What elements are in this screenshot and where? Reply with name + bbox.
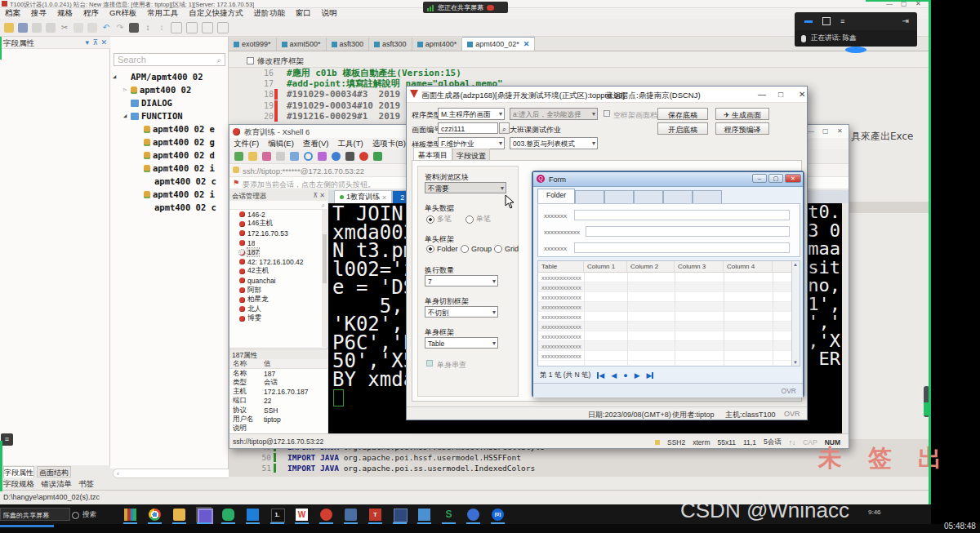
redo-icon[interactable] bbox=[115, 23, 125, 33]
panel-toggle-icon[interactable]: ⇥ bbox=[902, 16, 909, 25]
menu-item[interactable]: GR样板 bbox=[109, 8, 136, 19]
editor-tab[interactable]: asft300 ✕ bbox=[369, 38, 412, 51]
cut-icon[interactable] bbox=[60, 23, 69, 33]
browse-block-select[interactable]: 不需要 bbox=[425, 182, 506, 193]
swap-icon[interactable] bbox=[143, 23, 153, 33]
tab-field-properties[interactable]: 字段属性 bbox=[3, 466, 34, 477]
field-input[interactable] bbox=[574, 210, 790, 220]
pin-close-icons[interactable]: ⊼ ✕ bbox=[313, 192, 325, 199]
session-item[interactable]: 阿部 bbox=[229, 286, 322, 295]
table-row[interactable]: xxxxxxxxxxxxx bbox=[538, 331, 791, 341]
menu-item[interactable]: 工具(T) bbox=[337, 139, 363, 149]
form-tab-blank[interactable] bbox=[604, 190, 634, 204]
find-icon[interactable] bbox=[304, 152, 313, 161]
tree-item[interactable]: apmt400_02_g bbox=[110, 135, 229, 149]
tree-item[interactable]: DIALOG bbox=[110, 96, 229, 109]
tree-item[interactable]: APM/apmt400_02 bbox=[110, 70, 229, 83]
form-tab-blank[interactable] bbox=[693, 190, 722, 204]
editor-tab[interactable]: asft300 ✕ bbox=[327, 38, 370, 51]
tree-item[interactable]: apmt400_02_c bbox=[110, 201, 229, 214]
chrome-icon[interactable] bbox=[147, 507, 163, 522]
expander-icon[interactable] bbox=[123, 87, 131, 93]
copy-icon[interactable] bbox=[74, 23, 83, 33]
session-item[interactable]: 187 bbox=[229, 247, 322, 257]
session-item[interactable]: 42主机 bbox=[229, 267, 322, 277]
tree-item[interactable]: apmt400_02_e bbox=[110, 122, 229, 135]
tree-item[interactable]: apmt400_02 bbox=[110, 83, 229, 96]
link1-icon[interactable] bbox=[202, 22, 213, 33]
library-icon[interactable] bbox=[122, 507, 138, 522]
menu-item[interactable]: 选项卡(B) bbox=[372, 139, 406, 149]
link2-icon[interactable] bbox=[217, 22, 229, 33]
layout-mode-select[interactable]: 003.整页与列表模式 bbox=[510, 137, 598, 149]
table-row[interactable]: xxxxxxxxxxxxx bbox=[538, 312, 791, 322]
tab-screen-structure[interactable]: 画面结构 bbox=[37, 466, 71, 477]
spec-tab[interactable]: 书签 bbox=[78, 479, 94, 490]
maximize-icon[interactable]: ▢ bbox=[822, 127, 829, 135]
box2-icon[interactable] bbox=[186, 22, 198, 33]
cut-frame-select[interactable]: 不切割 bbox=[425, 306, 498, 318]
xshell-icon[interactable] bbox=[318, 507, 334, 522]
menu-item[interactable]: 查看(V) bbox=[303, 139, 329, 149]
first-record-icon[interactable]: ◀ bbox=[597, 371, 604, 380]
column-header[interactable]: Column 1 bbox=[584, 261, 627, 272]
notebook-app-icon[interactable] bbox=[343, 507, 359, 522]
close-icon[interactable]: ✕ bbox=[837, 127, 843, 135]
expander-icon[interactable] bbox=[113, 73, 120, 80]
grid-app-icon[interactable] bbox=[392, 507, 408, 522]
list-icon[interactable]: ≡ bbox=[840, 17, 844, 25]
session-search-input[interactable]: ⌕ bbox=[229, 201, 327, 210]
save-draft-button[interactable]: 保存底稿 bbox=[657, 108, 708, 120]
paste-icon[interactable] bbox=[87, 23, 97, 33]
scroll-down-icon[interactable]: ▼ bbox=[793, 360, 798, 365]
tree-item[interactable]: apmt400_02_d bbox=[110, 149, 229, 162]
session-item[interactable]: quanchai bbox=[229, 276, 322, 286]
session-item[interactable]: 18 bbox=[229, 238, 322, 248]
file-explorer-icon[interactable] bbox=[172, 507, 187, 522]
undo-icon[interactable] bbox=[101, 23, 111, 33]
generate-screen-button[interactable]: ✈ 生成画面 bbox=[715, 108, 769, 120]
modify-frame-checkbox[interactable] bbox=[247, 57, 254, 64]
wechat-icon[interactable] bbox=[220, 507, 236, 522]
tree-search-input[interactable]: Search ⌕ bbox=[114, 53, 225, 66]
menu-item[interactable]: 文件(F) bbox=[234, 139, 259, 149]
open-draft-button[interactable]: 开启底稿 bbox=[657, 122, 708, 135]
body-frame-select[interactable]: Table bbox=[425, 337, 498, 349]
next-record-icon[interactable]: ▶ bbox=[635, 371, 640, 380]
tree-item[interactable]: apmt400_02_i bbox=[110, 162, 229, 175]
remote-display-icon[interactable] bbox=[196, 507, 212, 522]
terminal-scrollbar[interactable] bbox=[842, 203, 849, 433]
new-tab-icon[interactable] bbox=[290, 152, 299, 161]
hamburger-icon[interactable]: ≡ bbox=[1, 433, 13, 446]
build-icon[interactable] bbox=[129, 23, 139, 33]
terminal-tab-1[interactable]: 1教育训练 × bbox=[334, 190, 392, 203]
swap2-icon[interactable] bbox=[157, 23, 167, 33]
t100-icon[interactable]: T bbox=[368, 507, 383, 522]
table-row[interactable]: xxxxxxxxxxxxx bbox=[538, 351, 791, 361]
session-item[interactable]: 博雯 bbox=[229, 314, 322, 324]
radio-folder[interactable]: Folder bbox=[426, 245, 458, 253]
editor-tab[interactable]: exot999* ✕ bbox=[229, 38, 277, 51]
last-record-icon[interactable]: ▶ bbox=[647, 371, 654, 380]
box1-icon[interactable] bbox=[171, 22, 182, 33]
notes-app-icon[interactable]: 1. bbox=[270, 507, 285, 522]
wps-icon[interactable]: W bbox=[294, 507, 310, 522]
menu-item[interactable]: 档案 bbox=[5, 8, 20, 19]
tree-item[interactable]: FUNCTION bbox=[110, 109, 229, 122]
column-header[interactable]: Column 3 bbox=[675, 261, 724, 272]
video-progress-bar[interactable] bbox=[0, 525, 54, 527]
mountain-app-icon[interactable] bbox=[245, 507, 261, 522]
editor-tab[interactable]: apmt400* ✕ bbox=[412, 38, 463, 51]
table-row[interactable]: xxxxxxxxxxxxx bbox=[538, 273, 791, 282]
table-row[interactable]: xxxxxxxxxxxxx bbox=[538, 292, 791, 302]
editor-tab[interactable]: apmt400_02* ✕ bbox=[462, 37, 535, 51]
xshell-icon[interactable] bbox=[359, 152, 368, 161]
radio-group[interactable]: Group bbox=[461, 245, 492, 253]
precompile-button[interactable]: 程序预编译 bbox=[715, 122, 769, 135]
menu-item[interactable]: 进阶功能 bbox=[254, 8, 285, 19]
minimize-icon[interactable]: — bbox=[758, 90, 766, 99]
doc-icon[interactable] bbox=[32, 23, 42, 33]
grid-icon[interactable] bbox=[46, 23, 56, 33]
chevron-down-icon[interactable]: ▾ bbox=[85, 38, 89, 47]
current-record-icon[interactable]: ● bbox=[623, 371, 627, 380]
